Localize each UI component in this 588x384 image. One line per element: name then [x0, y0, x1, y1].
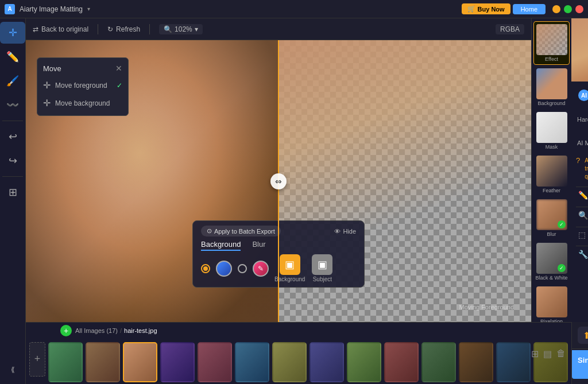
- ai-model-label: AI Model: [577, 139, 588, 146]
- effect-item-effect[interactable]: Effect: [533, 21, 570, 65]
- move-close-button[interactable]: ✕: [115, 64, 122, 73]
- refinement-left: 🔧 Refinement: [578, 250, 588, 259]
- filmstrip-thumb-1[interactable]: [48, 342, 83, 382]
- export-buttons: Single Export Batch Export (: [572, 350, 588, 379]
- filmstrip-thumb-7[interactable]: [272, 342, 307, 382]
- subject-icon-item[interactable]: ▣ Subject: [312, 254, 332, 282]
- refresh-label: Refresh: [116, 25, 140, 33]
- effect-thumb-feather: [536, 156, 567, 187]
- paint-icon: 🖌️: [6, 75, 19, 87]
- hide-label: Hide: [343, 228, 356, 235]
- radio-color[interactable]: [201, 264, 210, 273]
- single-export-button[interactable]: Single Export: [572, 350, 588, 379]
- hide-button[interactable]: 👁 Hide: [334, 228, 356, 235]
- filmstrip-thumb-4[interactable]: [160, 342, 195, 382]
- hardware-label: Hardware: [577, 116, 588, 123]
- export-settings-row: ⬆ Export Settings 1280 x 960 PNG [8 bits…: [578, 327, 588, 344]
- paint-tool-button[interactable]: 🖌️: [0, 70, 25, 92]
- undo-button[interactable]: ↩: [0, 126, 25, 148]
- ai-model-row: AI Model AlphaStandard_V2 ▾: [576, 134, 588, 151]
- undo-icon: ↩: [9, 130, 17, 143]
- filmstrip-thumb-9[interactable]: [347, 342, 381, 382]
- edit-section[interactable]: ✏️ Edit ↩ ↪ +: [576, 187, 588, 203]
- home-button[interactable]: Home: [513, 4, 546, 14]
- ai-detect-section[interactable]: 🔍 AI Detect +: [576, 207, 588, 223]
- subject-icon-box: ▣: [312, 254, 332, 275]
- bg-icons-group: ▣ Background ▣ Subject: [274, 254, 332, 282]
- filmstrip-thumb-13[interactable]: [496, 342, 531, 382]
- close-button[interactable]: [575, 5, 583, 13]
- effect-thumb-bw: ✓: [536, 243, 567, 274]
- effect-check-blur: ✓: [558, 220, 566, 228]
- effect-item-mask[interactable]: Mask: [533, 110, 570, 152]
- rgba-indicator[interactable]: RGBA: [496, 24, 524, 34]
- redo-button[interactable]: ↪: [0, 150, 25, 172]
- effect-mask-bg: [536, 112, 567, 143]
- move-background-item[interactable]: ✛ Move background: [37, 94, 128, 112]
- filmstrip-thumb-10[interactable]: [384, 342, 419, 382]
- effect-item-blur[interactable]: ✓ Blur: [533, 197, 570, 239]
- right-side: AI Image Matting AI Hardware NVIDIA GeFo…: [571, 18, 588, 322]
- subject-icon-label: Subject: [313, 276, 332, 282]
- manual-area-section[interactable]: ⬚ Manual Area + Add Area: [576, 227, 588, 242]
- refinement-icon: 🔧: [578, 250, 588, 259]
- lasso-tool-button[interactable]: 〰️: [0, 94, 25, 116]
- radio-paint[interactable]: [238, 264, 247, 273]
- title-bar-left: A Aiarty Image Matting ▾: [5, 4, 90, 14]
- list-view-button[interactable]: ▤: [543, 348, 552, 359]
- grid-tool-button[interactable]: ⊞: [0, 181, 25, 203]
- split-handle[interactable]: ⇔: [270, 173, 287, 189]
- filmstrip-add-btn[interactable]: +: [29, 342, 45, 377]
- minimize-button[interactable]: [552, 5, 560, 13]
- maximize-button[interactable]: [564, 5, 572, 13]
- ai-icon: AI: [578, 90, 588, 101]
- effect-item-feather[interactable]: Feather: [533, 153, 570, 196]
- app-title: Aiarty Image Matting: [20, 5, 83, 13]
- expand-button[interactable]: ⟪: [0, 359, 25, 381]
- filmstrip-thumb-11[interactable]: [421, 342, 456, 382]
- blur-tab[interactable]: Blur: [252, 240, 265, 251]
- delete-button[interactable]: 🗑: [556, 348, 566, 359]
- background-icon-box: ▣: [280, 254, 300, 275]
- buy-now-button[interactable]: 🛒 Buy Now: [462, 3, 510, 14]
- filmstrip-and-export: + All Images (17) / hair-test.jpg +: [26, 322, 588, 384]
- export-area: ⬆ Export Settings 1280 x 960 PNG [8 bits…: [571, 322, 588, 384]
- back-to-original-button[interactable]: ⇄ Back to original: [33, 25, 88, 33]
- dropdown-arrow[interactable]: ▾: [87, 6, 90, 12]
- grid-view-button[interactable]: ⊞: [531, 348, 539, 359]
- apply-to-batch-export-button[interactable]: ⊙ Apply to Batch Export: [201, 226, 281, 236]
- refinement-section[interactable]: 🔧 Refinement +: [576, 246, 588, 262]
- effect-item-pixelation[interactable]: Pixelation: [533, 284, 570, 322]
- effect-label-background: Background: [537, 100, 565, 106]
- move-foreground-label: Move foreground: [55, 82, 107, 90]
- filmstrip-thumb-6[interactable]: [235, 342, 269, 382]
- color-picker-icon[interactable]: [216, 261, 232, 277]
- background-tab[interactable]: Background: [201, 240, 241, 251]
- effect-item-background[interactable]: Background: [533, 66, 570, 108]
- effect-label-bw: Black & White: [535, 275, 567, 281]
- manual-area-left: ⬚ Manual Area: [578, 230, 588, 239]
- filmstrip-bar: + All Images (17) / hair-test.jpg +: [26, 322, 571, 384]
- toolbar-separator-2: [2, 176, 23, 177]
- background-icon-item[interactable]: ▣ Background: [274, 254, 305, 282]
- zoom-control[interactable]: 🔍 102% ▾: [159, 24, 203, 34]
- filmstrip-thumb-5[interactable]: [198, 342, 232, 382]
- right-preview: [571, 18, 588, 82]
- filmstrip-thumb-8[interactable]: [310, 342, 344, 382]
- move-tool-button[interactable]: ✛: [0, 22, 25, 44]
- lasso-icon: 〰️: [6, 99, 19, 111]
- refresh-button[interactable]: ↻ Refresh: [107, 25, 140, 33]
- effect-thumb-background: [536, 68, 567, 99]
- brush-icon: ✏️: [6, 51, 19, 63]
- move-foreground-item[interactable]: ✛ Move foreground ✓: [37, 76, 128, 94]
- brush-tool-button[interactable]: ✏️: [0, 46, 25, 68]
- all-images-label: All Images (17): [75, 327, 118, 334]
- ai-description: Alpha refinement, better semi-transparen…: [582, 156, 588, 182]
- filmstrip-thumb-2[interactable]: [86, 342, 120, 382]
- add-image-button[interactable]: +: [60, 325, 72, 336]
- filmstrip-thumb-12[interactable]: [459, 342, 493, 382]
- filmstrip-thumb-3[interactable]: [123, 342, 157, 382]
- paint-picker-icon[interactable]: ✎: [253, 261, 269, 277]
- effect-item-bw[interactable]: ✓ Black & White: [533, 241, 570, 283]
- zoom-arrow: ▾: [195, 25, 198, 33]
